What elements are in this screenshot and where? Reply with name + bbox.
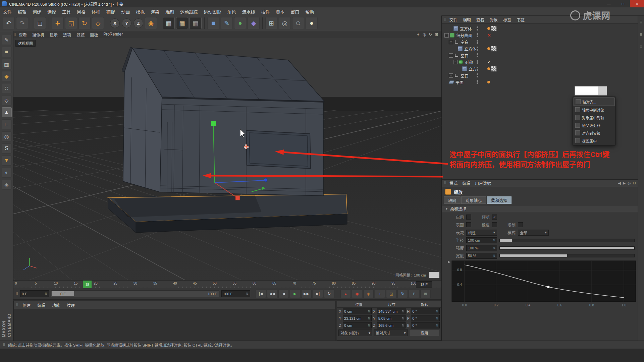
menu-15[interactable]: 流水线 [239,8,258,15]
history-back-icon[interactable]: ◀ [618,181,621,185]
falloff-curve-panel[interactable]: 0.8 0.4 0.0 0.2 0.4 0.6 0.8 1.0 [447,259,640,314]
soft-selection-section-header[interactable]: ▼ 柔和选择 [442,205,638,212]
object-manager-menu-1[interactable]: 编辑 [461,17,473,22]
make-editable-icon[interactable]: ✎ [2,35,12,45]
render-visibility-dot[interactable] [477,76,478,77]
collapse-icon[interactable]: − [449,53,453,58]
size-field[interactable]: 145.334 cm⇅ [377,308,406,314]
context-menu-item-3[interactable]: 使父级对齐 [574,121,614,129]
panel-grip-icon[interactable]: ⠿ [16,303,18,307]
render-view-icon[interactable]: ▦ [163,17,175,29]
preview-checkbox[interactable]: ✓ [492,215,497,220]
enable-checkbox[interactable] [466,215,471,220]
spinner-icon[interactable]: ⇅ [436,317,438,320]
disabled-icon[interactable]: ✕ [487,33,491,38]
timeline-end-field[interactable]: 100 F⇅ [221,290,250,297]
gizmo-y-handle[interactable] [211,121,216,126]
editor-visibility-dot[interactable] [477,26,478,28]
viewport-menu-2[interactable]: 显示 [47,32,60,38]
menu-0[interactable]: 文件 [0,8,15,15]
record-rotation-icon[interactable]: ↻ [397,290,408,298]
context-menu-item-0[interactable]: 轴对齐... [574,98,614,106]
panel-grip-icon[interactable]: ⠿ [640,20,642,24]
size-field[interactable]: 165.6 cm⇅ [377,322,406,328]
viewport-menu-5[interactable]: 面板 [87,32,101,38]
camera-icon[interactable]: ◎ [279,17,291,29]
range-slider-handle[interactable]: 0 F [52,291,74,296]
render-visibility-dot[interactable] [477,36,478,37]
panel-grip-icon[interactable]: ⠿ [444,17,446,22]
editor-visibility-dot[interactable] [477,47,478,48]
render-picture-viewer-icon[interactable]: ▦ [176,17,188,29]
panel-grip-icon[interactable]: ⠿ [444,181,446,185]
viewport-solo-icon[interactable]: ◎ [2,131,12,141]
tab-axis[interactable]: 轴向 [444,196,461,204]
editor-visibility-dot[interactable] [477,73,478,75]
rotation-field[interactable]: 0 °⇅ [411,315,440,321]
object-manager-menu-4[interactable]: 标签 [501,17,514,22]
mograph-array-icon[interactable]: ⊞ [265,17,277,29]
coordinate-system-icon[interactable]: ◉ [145,17,157,29]
record-scale-icon[interactable]: ◱ [386,290,396,298]
display-color-dot[interactable] [487,67,490,70]
point-mode-icon[interactable]: ∷ [2,83,12,93]
collapse-icon[interactable]: − [453,60,458,64]
editor-visibility-dot[interactable] [477,40,478,42]
size-field[interactable]: 5.05 cm⇅ [377,315,406,321]
menu-12[interactable]: 运动跟踪 [177,8,201,15]
play-icon[interactable]: ▶ [290,290,300,298]
timeline-range-slider[interactable]: 0 F 100 F [51,290,219,297]
falloff-dropdown[interactable]: 线性▾ [466,230,497,236]
strength-slider[interactable] [499,246,635,250]
spinner-icon[interactable]: ⇅ [493,246,495,250]
polygon-mode-icon[interactable]: ▲ [2,107,12,117]
object-row[interactable]: −空白 [442,52,638,59]
spinner-icon[interactable]: ⇅ [493,239,495,242]
model-mode-icon[interactable]: ■ [2,47,12,57]
menu-11[interactable]: 雕刻 [162,8,177,15]
menu-18[interactable]: 窗口 [287,8,302,15]
visibility-dots-icon[interactable] [477,47,478,51]
texture-tag-icon[interactable] [491,26,497,32]
visibility-dots-icon[interactable] [477,67,478,71]
zoom-view-icon[interactable]: ◎ [421,32,427,37]
record-pla-icon[interactable]: ⊞ [420,290,431,298]
collapse-icon[interactable]: − [449,73,453,78]
visibility-dots-icon[interactable] [477,26,478,31]
falloff-curve[interactable]: 0.8 0.4 0.0 0.2 0.4 0.6 0.8 1.0 [447,259,640,314]
scale-tool-icon[interactable]: ◱ [65,17,77,29]
collapse-icon[interactable]: − [444,33,449,38]
visibility-dots-icon[interactable] [477,73,478,77]
visibility-dots-icon[interactable] [477,60,478,64]
deformer-icon[interactable]: ◆ [248,17,260,29]
go-to-start-icon[interactable]: |◀ [256,290,266,298]
menu-6[interactable]: 体积 [89,8,103,15]
display-color-dot[interactable] [487,27,490,30]
render-visibility-dot[interactable] [477,69,478,71]
limit-checkbox[interactable] [518,222,523,227]
snap-icon[interactable]: S [2,143,12,154]
material-menu-3[interactable]: 纹理 [64,302,77,308]
eraser-checkbox[interactable] [492,222,497,227]
pin-icon[interactable]: ◎ [628,181,631,185]
position-field[interactable]: 0 cm⇅ [343,308,372,314]
visibility-dots-icon[interactable] [477,80,478,84]
next-frame-icon[interactable]: ▶▶ [301,290,312,298]
previous-key-icon[interactable]: ◀◀ [267,290,277,298]
texture-tag-icon[interactable] [491,66,497,72]
surface-checkbox[interactable] [466,222,471,227]
object-manager-menu-0[interactable]: 文件 [447,17,460,22]
attribute-menu-1[interactable]: 编辑 [460,180,473,186]
autokey-icon[interactable]: ◉ [352,290,362,298]
context-menu-item-4[interactable]: 对齐到父级 [574,129,614,137]
editor-visibility-dot[interactable] [477,67,478,68]
object-row[interactable]: 立方体 [442,45,638,52]
position-field[interactable]: 0 cm⇅ [343,322,372,328]
edge-mode-icon[interactable]: ◇ [2,95,12,105]
magnet-snap-icon[interactable]: ◐ [2,168,12,178]
context-menu-item-5[interactable]: 视图居中 [574,137,614,144]
timeline-scrubber[interactable]: 18 [83,281,92,289]
undo-icon[interactable]: ↶ [3,17,15,29]
curve-control-point[interactable] [547,286,550,288]
editor-visibility-dot[interactable] [477,33,478,35]
